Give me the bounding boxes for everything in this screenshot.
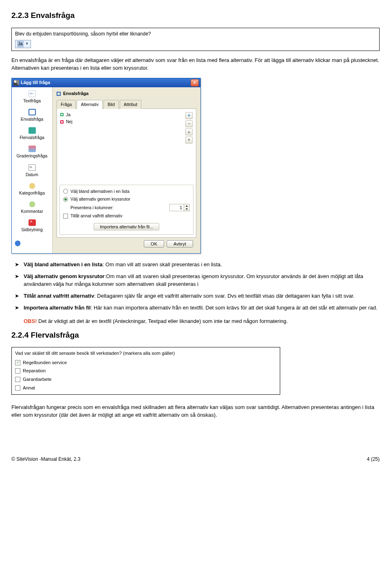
columns-spinner[interactable]: 1 ▲▼ [169, 204, 190, 211]
red-square-icon [60, 120, 64, 124]
sidebar-label-kommentar: Kommentar [21, 209, 43, 214]
close-icon[interactable]: × [191, 79, 199, 86]
columns-spinner-row: Presentera i kolumner: 1 ▲▼ [63, 203, 190, 212]
dialog-title: Lägg till fråga [21, 80, 191, 86]
move-down-button[interactable]: ▼ [185, 137, 193, 144]
sidebar-label-textfraga: Textfråga [23, 98, 41, 103]
sidebar-label-flervalsfraga: Flervalsfråga [20, 135, 44, 140]
multi-option-row[interactable]: Reparation [15, 367, 277, 375]
date-icon [29, 164, 36, 171]
obs-label: OBS! [24, 318, 37, 324]
tab-attribut[interactable]: Attribut [120, 100, 141, 109]
comment-icon [29, 201, 36, 208]
checkbox-icon [15, 385, 20, 391]
example-multi-choice-box: Vad var skälet till ditt senaste besök t… [11, 347, 280, 395]
plus-icon: + [187, 112, 190, 119]
alt-label-ja: Ja [66, 112, 70, 118]
columns-spinner-label: Presentera i kolumner: [70, 205, 114, 211]
section-heading-envalsfraga: 2.2.3 Envalsfråga [11, 10, 380, 21]
multi-opt-2: Garantiarbete [23, 376, 51, 383]
bullet-text-3: : Deltagaren själv får ange ett valfritt… [94, 293, 354, 299]
list-item[interactable]: Nej [59, 118, 193, 125]
dialog-right-title: Envalsfråga [63, 91, 88, 97]
move-up-button[interactable]: ▲ [185, 128, 193, 135]
sidebar-item-flervalsfraga[interactable]: Flervalsfråga [12, 126, 52, 144]
bullet-valj-kryssrutor: Välj alternativ genom kryssrutor:Om man … [15, 273, 380, 288]
alternatives-list[interactable]: Ja Nej + − ▲ ▼ [59, 111, 193, 181]
section-heading-flervalsfraga: 2.2.4 Flervalsfråga [11, 329, 380, 341]
obs-text: Det är viktigt att det är en textfil (An… [37, 318, 288, 324]
cancel-button[interactable]: Avbryt [167, 240, 193, 248]
multi-question-text: Vad var skälet till ditt senaste besök t… [15, 350, 277, 357]
allow-other-label: Tillåt annat valfritt alternativ [70, 213, 122, 219]
multi-option-row[interactable]: Annat [15, 384, 277, 392]
pagebreak-icon [29, 219, 36, 226]
allow-other-checkbox-row[interactable]: Tillåt annat valfritt alternativ [63, 212, 190, 220]
intro-paragraph: En envalsfråga är en fråga där deltagare… [11, 57, 380, 72]
sidebar-item-textfraga[interactable]: Textfråga [12, 89, 52, 107]
spinner-up-icon[interactable]: ▲ [184, 204, 189, 208]
bullet-bold-3: Tillåt annat valfritt alternativ [24, 293, 94, 299]
ok-button[interactable]: OK [144, 240, 164, 248]
bullet-text-1: : Om man vill att svaren skall presenter… [103, 261, 222, 267]
minus-icon: − [187, 120, 190, 127]
multi-option-row[interactable]: ✓Regelbunden service [15, 358, 277, 367]
rating-icon [29, 146, 36, 152]
list-item[interactable]: Ja [59, 111, 193, 118]
text-icon [29, 91, 36, 97]
dialog-tab-row: Fråga Alternativ Bild Attribut [57, 99, 196, 109]
bullet-importera: Importera alternativ från fil: Här kan m… [15, 304, 380, 312]
green-square-icon [60, 113, 64, 116]
sidebar-label-graderingsfraga: Graderingsfråga [17, 153, 48, 158]
bullet-bold-2: Välj alternativ genom kryssrutor [24, 273, 105, 279]
columns-spinner-value: 1 [170, 205, 184, 211]
multi-option-row[interactable]: Garantiarbete [15, 375, 277, 384]
remove-button[interactable]: − [185, 120, 193, 127]
sidebar-item-graderingsfraga[interactable]: Graderingsfråga [12, 144, 52, 162]
example-dropdown[interactable]: Ja ▼ [15, 40, 31, 48]
spinner-down-icon[interactable]: ▼ [184, 208, 189, 211]
add-button[interactable]: + [185, 112, 193, 119]
radio-icon [63, 189, 68, 194]
multi-choice-icon [29, 127, 36, 134]
checkbox-icon [15, 377, 20, 382]
options-description-list: Välj bland alternativen i en lista: Om m… [15, 261, 380, 312]
multi-opt-0: Regelbunden service [23, 359, 67, 366]
dialog-right-header: Envalsfråga [57, 91, 196, 97]
arrow-up-icon: ▲ [187, 129, 191, 135]
sidebar-item-datum[interactable]: Datum [12, 163, 52, 181]
arrow-down-icon: ▼ [187, 137, 191, 143]
sidebar-item-kommentar[interactable]: Kommentar [12, 199, 52, 218]
sidebar-item-envalsfraga[interactable]: Envalsfråga [12, 107, 52, 126]
import-from-file-button[interactable]: Importera alternativ från fil... [94, 223, 159, 230]
dialog-titlebar: Lägg till fråga × [12, 78, 200, 87]
multi-opt-1: Reparation [23, 367, 46, 374]
tab-alternativ[interactable]: Alternativ [77, 100, 103, 109]
single-choice-icon [29, 109, 36, 115]
radio-checkbox-option[interactable]: Välj alternativ genom kryssrutor [63, 195, 190, 203]
radio-list-option[interactable]: Välj bland alternativen i en lista [63, 188, 190, 195]
example-single-choice-box: Blev du erbjuden transportlösning, såsom… [11, 28, 380, 51]
tab-fraga[interactable]: Fråga [57, 100, 76, 109]
alt-label-nej: Nej [66, 119, 72, 125]
flervalsfraga-paragraph: Flervalsfrågan fungerar precis som en en… [11, 404, 380, 419]
sidebar-item-sidbrytning[interactable]: Sidbrytning [12, 218, 52, 236]
checkbox-checked-icon: ✓ [15, 360, 20, 365]
bullet-text-4: : Här kan man importera alternativ från … [91, 305, 378, 311]
footer-right: 4 (25) [367, 456, 380, 463]
square-icon [57, 92, 61, 96]
checkbox-icon [15, 368, 20, 374]
sidebar-item-kategorifraga[interactable]: Kategorifråga [12, 181, 52, 199]
dialog-sidebar: Textfråga Envalsfråga Flervalsfråga Grad… [12, 87, 53, 254]
checkbox-icon [63, 214, 68, 219]
radio-checkbox-label: Välj alternativ genom kryssrutor [70, 196, 130, 202]
radio-selected-icon [63, 197, 68, 202]
dialog-footer: OK Avbryt [57, 238, 196, 250]
intro-pre: En envalsfråga är en fråga där deltagare… [11, 57, 125, 63]
example-dropdown-value: Ja [17, 41, 24, 47]
radio-list-label: Välj bland alternativen i en lista [70, 188, 130, 195]
example-question-text: Blev du erbjuden transportlösning, såsom… [15, 31, 376, 38]
sidebar-label-kategorifraga: Kategorifråga [19, 190, 45, 195]
sidebar-label-envalsfraga: Envalsfråga [21, 117, 43, 122]
tab-bild[interactable]: Bild [103, 100, 119, 109]
